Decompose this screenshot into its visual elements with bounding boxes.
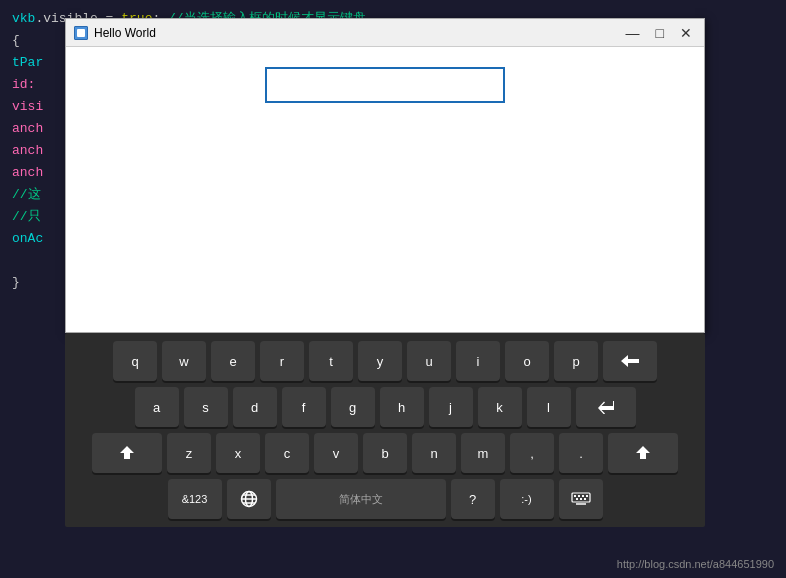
key-z[interactable]: z — [167, 433, 211, 473]
keyboard-row-4: &123 简体中文 ? :-) — [71, 479, 699, 519]
key-j[interactable]: j — [429, 387, 473, 427]
minimize-button[interactable]: — — [622, 26, 644, 40]
window-titlebar: Hello World — □ ✕ — [66, 19, 704, 47]
svg-rect-6 — [574, 495, 576, 497]
window-content — [66, 47, 704, 332]
window-controls: — □ ✕ — [622, 26, 696, 40]
key-o[interactable]: o — [505, 341, 549, 381]
key-period[interactable]: . — [559, 433, 603, 473]
close-button[interactable]: ✕ — [676, 26, 696, 40]
key-i[interactable]: i — [456, 341, 500, 381]
window-title-left: Hello World — [74, 26, 156, 40]
key-m[interactable]: m — [461, 433, 505, 473]
key-space[interactable]: 简体中文 — [276, 479, 446, 519]
key-l[interactable]: l — [527, 387, 571, 427]
key-v[interactable]: v — [314, 433, 358, 473]
svg-rect-10 — [576, 498, 578, 500]
enter-icon — [597, 400, 615, 414]
main-text-input[interactable] — [265, 67, 505, 103]
keyboard-icon — [571, 492, 591, 506]
globe-icon — [240, 490, 258, 508]
key-y[interactable]: y — [358, 341, 402, 381]
key-p[interactable]: p — [554, 341, 598, 381]
svg-rect-12 — [584, 498, 586, 500]
key-h[interactable]: h — [380, 387, 424, 427]
key-n[interactable]: n — [412, 433, 456, 473]
key-d[interactable]: d — [233, 387, 277, 427]
key-c[interactable]: c — [265, 433, 309, 473]
window-app-icon — [74, 26, 88, 40]
key-globe[interactable] — [227, 479, 271, 519]
svg-rect-9 — [586, 495, 588, 497]
svg-rect-11 — [580, 498, 582, 500]
key-emoticon[interactable]: :-) — [500, 479, 554, 519]
virtual-keyboard: q w e r t y u i o p a s d f g h j k l — [65, 333, 705, 527]
key-backspace[interactable] — [603, 341, 657, 381]
key-e[interactable]: e — [211, 341, 255, 381]
key-a[interactable]: a — [135, 387, 179, 427]
key-keyboard-hide[interactable] — [559, 479, 603, 519]
svg-rect-5 — [572, 493, 590, 502]
svg-rect-8 — [582, 495, 584, 497]
key-x[interactable]: x — [216, 433, 260, 473]
key-shift-left[interactable] — [92, 433, 162, 473]
key-shift-right[interactable] — [608, 433, 678, 473]
key-numeric-toggle[interactable]: &123 — [168, 479, 222, 519]
maximize-button[interactable]: □ — [652, 26, 668, 40]
key-b[interactable]: b — [363, 433, 407, 473]
keyboard-row-1: q w e r t y u i o p — [71, 341, 699, 381]
key-f[interactable]: f — [282, 387, 326, 427]
key-comma[interactable]: , — [510, 433, 554, 473]
key-enter[interactable] — [576, 387, 636, 427]
key-u[interactable]: u — [407, 341, 451, 381]
key-g[interactable]: g — [331, 387, 375, 427]
shift-left-icon — [119, 445, 135, 461]
key-w[interactable]: w — [162, 341, 206, 381]
key-r[interactable]: r — [260, 341, 304, 381]
key-q[interactable]: q — [113, 341, 157, 381]
keyboard-row-3: z x c v b n m , . — [71, 433, 699, 473]
svg-rect-7 — [578, 495, 580, 497]
key-s[interactable]: s — [184, 387, 228, 427]
window-title: Hello World — [94, 26, 156, 40]
key-question[interactable]: ? — [451, 479, 495, 519]
keyboard-row-2: a s d f g h j k l — [71, 387, 699, 427]
key-t[interactable]: t — [309, 341, 353, 381]
backspace-icon — [620, 354, 640, 368]
shift-right-icon — [635, 445, 651, 461]
key-k[interactable]: k — [478, 387, 522, 427]
hello-world-window: Hello World — □ ✕ — [65, 18, 705, 333]
footer-url: http://blog.csdn.net/a844651990 — [617, 558, 774, 570]
